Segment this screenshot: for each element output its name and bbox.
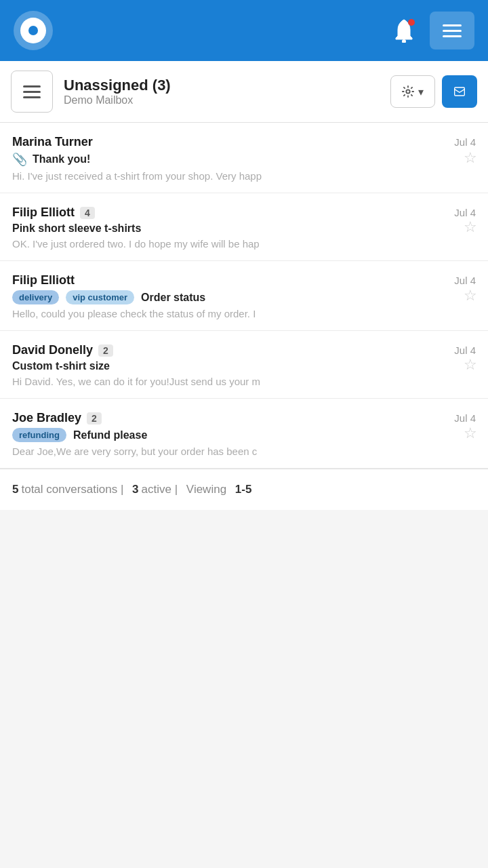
notifications-button[interactable]	[388, 14, 420, 47]
svg-point-1	[408, 19, 415, 26]
sub-actions: ▾	[390, 75, 477, 108]
svg-point-2	[406, 90, 409, 93]
nav-right	[388, 12, 474, 50]
conversation-subject: Thank you!	[33, 153, 90, 165]
star-button[interactable]: ☆	[464, 425, 477, 442]
gear-label: ▾	[418, 85, 424, 98]
star-button[interactable]: ☆	[464, 356, 477, 374]
conversation-tag: refunding	[12, 428, 66, 442]
attachment-icon: 📎	[12, 152, 27, 167]
svg-point-0	[402, 39, 406, 43]
conversation-subject: Order status	[141, 292, 205, 304]
conversation-subject: Custom t-shirt size	[12, 360, 110, 372]
star-button[interactable]: ☆	[464, 149, 477, 167]
conversation-sender: Filip Elliott4	[12, 205, 95, 220]
star-button[interactable]: ☆	[464, 287, 477, 304]
conversation-preview: Hello, could you please check the status…	[12, 308, 476, 319]
total-count: 5	[12, 483, 18, 496]
active-count: 3	[132, 483, 138, 496]
viewing-label: Viewing	[186, 483, 226, 496]
conversation-item[interactable]: Joe Bradley2Jul 4refundingRefund pleaseD…	[0, 399, 488, 469]
star-button[interactable]: ☆	[464, 218, 477, 236]
conversation-badge: 2	[98, 344, 113, 357]
conversation-date: Jul 4	[454, 275, 476, 286]
conversation-preview: Hi David. Yes, we can do it for you!Just…	[12, 376, 476, 387]
conversation-sender: Marina Turner	[12, 135, 93, 149]
conversation-subject: Pink short sleeve t-shirts	[12, 222, 141, 235]
mailbox-title: Unassigned (3)	[64, 77, 380, 94]
footer: 5 total conversations | 3 active | Viewi…	[0, 469, 488, 510]
logo	[14, 11, 53, 50]
conversation-badge: 2	[87, 412, 102, 425]
svg-rect-3	[455, 87, 465, 96]
compose-button[interactable]	[442, 75, 477, 108]
conversation-item[interactable]: Filip ElliottJul 4deliveryvip customerOr…	[0, 261, 488, 331]
conversation-preview: OK. I've just ordered two. I do hope my …	[12, 238, 476, 250]
sub-header: Unassigned (3) Demo Mailbox ▾	[0, 61, 488, 123]
mailbox-subtitle: Demo Mailbox	[64, 94, 380, 106]
conversation-item[interactable]: Marina TurnerJul 4📎Thank you!Hi. I've ju…	[0, 123, 488, 193]
settings-button[interactable]: ▾	[390, 75, 435, 108]
conversation-badge: 4	[80, 207, 95, 219]
conversation-subject: Refund please	[73, 429, 147, 441]
top-nav	[0, 0, 488, 61]
conversation-preview: Dear Joe,We are very sorry, but your ord…	[12, 446, 476, 457]
conversation-date: Jul 4	[454, 207, 476, 218]
total-label: total conversations |	[21, 483, 123, 496]
conversation-tag: vip customer	[66, 290, 134, 304]
conversation-date: Jul 4	[454, 136, 476, 148]
conversation-date: Jul 4	[454, 412, 476, 424]
viewing-range: 1-5	[235, 483, 252, 496]
conversation-sender: David Donelly2	[12, 343, 113, 357]
conversation-item[interactable]: David Donelly2Jul 4Custom t-shirt sizeHi…	[0, 331, 488, 399]
conversation-sender: Joe Bradley2	[12, 411, 102, 425]
conversation-sender: Filip Elliott	[12, 273, 75, 288]
conversation-item[interactable]: Filip Elliott4Jul 4Pink short sleeve t-s…	[0, 193, 488, 261]
menu-button[interactable]	[430, 12, 474, 50]
conversation-tag: delivery	[12, 290, 59, 304]
mailbox-info: Unassigned (3) Demo Mailbox	[64, 77, 380, 106]
active-label: active |	[142, 483, 178, 496]
conversation-list: Marina TurnerJul 4📎Thank you!Hi. I've ju…	[0, 123, 488, 469]
conversation-preview: Hi. I've just received a t-shirt from yo…	[12, 170, 476, 182]
sidebar-toggle-button[interactable]	[11, 71, 53, 113]
conversation-date: Jul 4	[454, 344, 476, 356]
